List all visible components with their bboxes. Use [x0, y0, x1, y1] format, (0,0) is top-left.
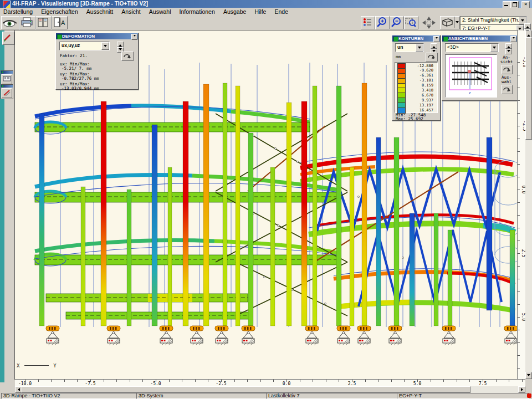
- deformation-collapse-button[interactable]: [131, 34, 137, 40]
- books-icon: [36, 17, 50, 28]
- print-button[interactable]: [19, 16, 35, 29]
- menu-ausgabe[interactable]: Ausgabe: [220, 8, 249, 16]
- zoom-out-icon: [390, 17, 402, 28]
- zoom-in-button[interactable]: [375, 16, 390, 29]
- deformation-component-combo[interactable]: ux,uy,uz: [59, 42, 110, 50]
- vscroll-thumb[interactable]: [525, 37, 532, 140]
- konturen-quantity-value: un: [397, 44, 403, 50]
- konturen-unit: mm: [396, 55, 401, 59]
- ruler-label: 0.0: [283, 381, 290, 386]
- legend-value: -9.620: [420, 68, 433, 73]
- legend-value: 3.418: [422, 88, 433, 93]
- ruler-label: 5.0: [413, 381, 421, 386]
- view-spinner[interactable]: [505, 43, 512, 54]
- scroll-down-icon[interactable]: [525, 372, 532, 379]
- view-button[interactable]: [1, 16, 19, 29]
- deformation-combo-arrow[interactable]: [101, 42, 109, 50]
- menu-hilfe[interactable]: Hilfe: [251, 8, 269, 16]
- menu-ansicht[interactable]: Ansicht: [118, 8, 144, 16]
- legend-value: -6.361: [420, 73, 433, 78]
- minimized-panel-tools[interactable]: [1, 84, 13, 99]
- window-titlebar[interactable]: 4H-FRAP - Visualisierung [3D-Rampe - TIO…: [0, 0, 532, 8]
- ansicht-collapse-button[interactable]: [510, 36, 516, 42]
- axis-line: [24, 365, 49, 366]
- menu-informationen[interactable]: Informationen: [176, 8, 218, 16]
- panel-icon: [393, 37, 398, 42]
- ansicht-panel-title: ANSICHT/EBENEN: [448, 36, 488, 41]
- konturen-panel-title: KONTUREN: [398, 36, 423, 41]
- cross-bracing: [216, 114, 347, 316]
- manual-button[interactable]: [35, 16, 52, 29]
- vertical-scrollbar[interactable]: [525, 30, 532, 379]
- status-loadcase: EG+P-Y-T: [397, 393, 529, 399]
- panel-icon: [443, 37, 448, 42]
- deformation-panel-titlebar[interactable]: DEFORMATION: [56, 33, 138, 39]
- deformation-component-value: ux,uy,uz: [62, 43, 80, 48]
- ruler-label: -7.5: [85, 381, 95, 386]
- result-combobox-value: 2: Stahl Tragfähigkeit (Th. 2. O: [462, 17, 527, 23]
- ansicht-panel-titlebar[interactable]: ANSICHT/EBENEN: [442, 35, 517, 42]
- columns: [39, 83, 515, 326]
- menubar: Darstellung Eigenschaften Ausschnitt Ans…: [0, 8, 532, 16]
- ansicht-panel: ANSICHT/EBENEN <3D> z An-sicht: [442, 35, 518, 101]
- zoom-window-button[interactable]: [404, 16, 418, 29]
- view-combo-arrow[interactable]: [490, 44, 498, 52]
- window-title: 4H-FRAP - Visualisierung [3D-Rampe - TIO…: [12, 0, 148, 8]
- deformation-panel: DEFORMATION ux,uy,uz Faktor: 21. ux: Min…: [55, 33, 139, 90]
- menu-ende[interactable]: Ende: [271, 8, 291, 16]
- menu-ausschnitt[interactable]: Ausschnitt: [83, 8, 116, 16]
- pan-control[interactable]: [420, 16, 438, 28]
- minimized-panel-numbers[interactable]: [1, 70, 13, 85]
- svg-text:A: A: [61, 19, 65, 26]
- ansicht-apply-button[interactable]: [502, 65, 513, 74]
- cube-icon: [441, 17, 454, 28]
- konturen-collapse-button[interactable]: [433, 36, 439, 42]
- view-cube-button[interactable]: [440, 16, 460, 29]
- ansicht-button-label: An-sicht: [499, 55, 514, 64]
- konturen-panel: KONTUREN un mm -12.880 -9.620 -6.361 -3.…: [392, 35, 441, 121]
- legend-value: 13.197: [420, 103, 433, 108]
- horizontal-scrollbar[interactable]: [15, 386, 525, 393]
- konturen-quantity-combo[interactable]: un: [395, 43, 424, 52]
- pan-cross-icon: [420, 16, 438, 29]
- spin-up-icon[interactable]: [524, 23, 531, 29]
- menu-auswahl[interactable]: Auswahl: [146, 8, 175, 16]
- edit-tool-button[interactable]: [2, 32, 14, 45]
- view-preview[interactable]: z: [445, 54, 497, 98]
- eye-icon: [2, 17, 18, 28]
- view-select-combo[interactable]: <3D>: [445, 43, 499, 52]
- result-combobox[interactable]: 2: Stahl Tragfähigkeit (Th. 2. O: [460, 16, 527, 25]
- deformation-apply-button[interactable]: [121, 52, 134, 61]
- konturen-apply-button[interactable]: [426, 53, 438, 62]
- legend-value: -3.101: [420, 78, 433, 83]
- cube-dropdown[interactable]: [454, 17, 459, 28]
- scrollbar-corner: [525, 379, 532, 393]
- uy-minmax-value: -0.782/27.76 mm: [62, 76, 99, 81]
- axis-indicator: X Y: [17, 363, 57, 369]
- ruler-label: -10.0: [18, 381, 32, 386]
- menu-darstellung[interactable]: Darstellung: [0, 8, 36, 16]
- status-model: 3D-Rampe - TIO+TIIO V2: [1, 393, 137, 399]
- display-options-button[interactable]: [361, 16, 375, 29]
- konturen-panel-titlebar[interactable]: KONTUREN: [392, 35, 440, 42]
- deformation-spinner[interactable]: [117, 42, 124, 53]
- legend-value: 9.937: [422, 98, 433, 103]
- status-system: 3D-System: [136, 393, 267, 399]
- legend-value: 0.159: [422, 83, 433, 88]
- zoom-out-button[interactable]: [390, 16, 404, 29]
- preview-z-label: z: [469, 91, 471, 95]
- status-lastkollektiv: Lastkollektiv 7: [266, 393, 397, 399]
- exit-button[interactable]: A: [52, 16, 68, 29]
- auswahl-button-label: Aus-wahl: [499, 75, 514, 84]
- ruler-label: 2.5: [348, 381, 356, 386]
- scroll-right-icon[interactable]: [518, 386, 525, 393]
- konturen-combo-arrow[interactable]: [416, 44, 423, 52]
- ramp-ring: [300, 157, 515, 311]
- hscroll-thumb[interactable]: [22, 386, 470, 393]
- legend-max: Max: 25.692: [396, 117, 423, 121]
- axis-x-label: X: [17, 363, 19, 369]
- menu-eigenschaften[interactable]: Eigenschaften: [38, 8, 81, 16]
- ruler-label: 7.5: [479, 381, 487, 386]
- supports: [46, 326, 517, 345]
- auswahl-apply-button[interactable]: [502, 85, 513, 94]
